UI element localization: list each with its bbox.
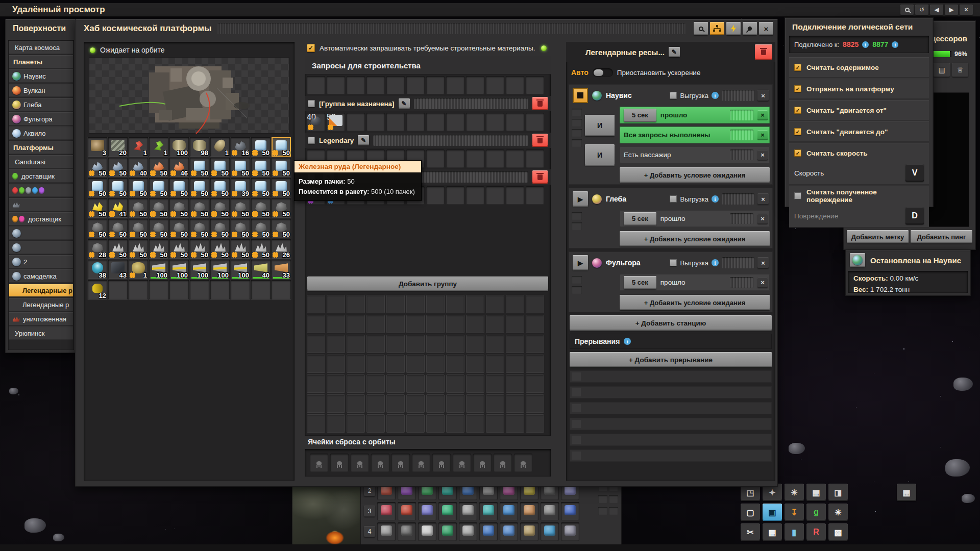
- quickbar-page-button[interactable]: 4: [364, 526, 375, 537]
- add-ping-button[interactable]: Добавить пинг: [911, 230, 972, 243]
- inventory-slot[interactable]: 50: [272, 158, 291, 177]
- quickbar-slot[interactable]: [438, 502, 457, 520]
- group-drag-handle[interactable]: [414, 98, 528, 109]
- empty-tile[interactable]: [426, 394, 445, 413]
- empty-tile[interactable]: [446, 414, 464, 433]
- inventory-slot[interactable]: 50: [210, 219, 230, 238]
- planet-button[interactable]: [850, 253, 865, 267]
- remove-station-button[interactable]: [757, 257, 769, 268]
- empty-tile[interactable]: [307, 374, 325, 393]
- empty-tile[interactable]: [386, 374, 405, 393]
- request-slot[interactable]: [406, 76, 425, 94]
- undo-button[interactable]: ↺: [915, 5, 928, 15]
- inventory-slot[interactable]: 50: [149, 219, 168, 238]
- sidebar-item-16[interactable]: самоделка: [9, 269, 73, 283]
- empty-tile[interactable]: [347, 335, 365, 353]
- empty-tile[interactable]: [506, 394, 524, 413]
- shortcut-button[interactable]: ▮: [785, 523, 804, 541]
- inventory-slot[interactable]: 50: [149, 158, 168, 177]
- inventory-slot[interactable]: 100: [149, 260, 168, 279]
- empty-tile[interactable]: [347, 374, 365, 393]
- request-slot[interactable]: [386, 113, 405, 131]
- station-drag-handle[interactable]: [722, 257, 754, 268]
- option-checkbox[interactable]: [794, 192, 801, 199]
- shortcut-button[interactable]: g: [806, 504, 826, 521]
- and-operator-button[interactable]: И: [585, 144, 615, 166]
- inventory-slot[interactable]: 50: [129, 178, 148, 197]
- inventory-slot[interactable]: 50: [272, 178, 291, 197]
- empty-tile[interactable]: [506, 414, 524, 433]
- mini-button[interactable]: [609, 495, 618, 503]
- inventory-slot[interactable]: 40: [129, 158, 148, 177]
- circuit-network-button[interactable]: [710, 22, 724, 35]
- empty-tile[interactable]: [386, 335, 405, 353]
- orbital-drop-slot[interactable]: [473, 454, 492, 472]
- sidebar-item-1[interactable]: Планеты: [9, 55, 73, 68]
- empty-tile[interactable]: [466, 394, 484, 413]
- request-slot[interactable]: [506, 149, 524, 168]
- quickbar-slot[interactable]: [500, 502, 518, 520]
- empty-tile[interactable]: [486, 295, 504, 313]
- condition-drag-handle[interactable]: [730, 130, 753, 140]
- inventory-slot[interactable]: [251, 280, 271, 299]
- inventory-slot[interactable]: 50: [231, 158, 250, 177]
- request-slot[interactable]: [406, 113, 425, 131]
- inventory-slot[interactable]: 50: [169, 239, 189, 259]
- sidebar-item-13[interactable]: [9, 227, 73, 240]
- option-checkbox[interactable]: [794, 64, 801, 71]
- inventory-slot[interactable]: 50: [190, 178, 209, 197]
- unload-checkbox[interactable]: [670, 195, 677, 203]
- inventory-slot[interactable]: [190, 280, 209, 299]
- orbital-drop-slot[interactable]: [330, 454, 349, 472]
- sidebar-item-10[interactable]: [9, 184, 73, 197]
- request-slot[interactable]: [327, 76, 345, 94]
- request-slot[interactable]: [486, 149, 504, 168]
- unload-checkbox[interactable]: [670, 259, 677, 266]
- add-condition-button[interactable]: + Добавить условие ожидания: [620, 231, 770, 246]
- inventory-slot[interactable]: 50: [231, 198, 250, 218]
- auto-request-checkbox[interactable]: [307, 44, 315, 52]
- empty-tile[interactable]: [366, 414, 385, 433]
- request-slot[interactable]: [426, 113, 445, 131]
- empty-tile[interactable]: [406, 414, 425, 433]
- request-slot[interactable]: [526, 76, 544, 94]
- inventory-slot[interactable]: 100: [169, 260, 189, 279]
- world-view-thumbnail[interactable]: [292, 486, 361, 545]
- empty-tile[interactable]: [327, 394, 345, 413]
- quickbar-slot[interactable]: [561, 522, 579, 541]
- condition-drag-handle[interactable]: [730, 213, 753, 224]
- empty-tile[interactable]: [327, 374, 345, 393]
- request-slot[interactable]: [446, 76, 464, 94]
- bookmark-button[interactable]: ▤: [934, 63, 950, 77]
- option-row[interactable]: Отправить на платформу: [794, 79, 924, 99]
- sidebar-item-2[interactable]: Наувис: [9, 69, 73, 83]
- empty-tile[interactable]: [327, 335, 345, 353]
- mini-button[interactable]: [598, 495, 607, 503]
- search-button[interactable]: [900, 5, 914, 15]
- station-drag-handle[interactable]: [722, 193, 754, 205]
- empty-tile[interactable]: [406, 335, 425, 353]
- request-slot[interactable]: [366, 113, 385, 131]
- inventory-slot[interactable]: 1: [129, 260, 148, 279]
- group-drag-handle[interactable]: [373, 135, 528, 146]
- back-button[interactable]: ◀: [930, 5, 943, 15]
- empty-tile[interactable]: [386, 315, 405, 333]
- empty-tile[interactable]: [426, 315, 445, 333]
- and-operator-button[interactable]: И: [585, 115, 615, 136]
- quickbar-slot[interactable]: [520, 522, 538, 541]
- empty-tile[interactable]: [307, 295, 325, 313]
- inventory-slot[interactable]: 50: [169, 219, 189, 238]
- inventory-slot[interactable]: [108, 280, 128, 299]
- inventory-slot[interactable]: 26: [272, 239, 291, 259]
- request-slot[interactable]: [426, 149, 445, 168]
- empty-tile[interactable]: [406, 315, 425, 333]
- condition-drag-handle[interactable]: [730, 110, 753, 120]
- inventory-slot[interactable]: 38: [88, 260, 107, 279]
- quickbar-slot[interactable]: [418, 522, 436, 541]
- condition-drag-handle[interactable]: [730, 277, 753, 288]
- option-row[interactable]: Считать "двигается от": [794, 100, 924, 120]
- wait-condition[interactable]: 5 секпрошло: [620, 274, 770, 291]
- empty-tile[interactable]: [466, 374, 484, 393]
- orbital-drop-slot[interactable]: [432, 454, 451, 472]
- hub-titlebar[interactable]: Хаб космической платформы: [76, 19, 777, 38]
